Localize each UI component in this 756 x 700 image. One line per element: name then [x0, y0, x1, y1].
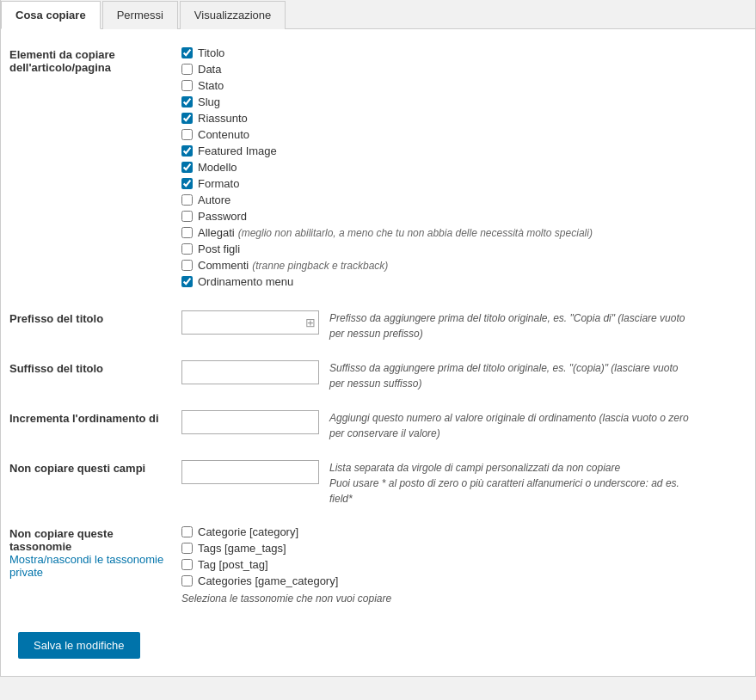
incrementa-input[interactable]	[181, 410, 319, 434]
checkbox-featured-image[interactable]	[181, 145, 193, 157]
list-item: Password	[181, 210, 738, 223]
list-item: Contenuto	[181, 128, 738, 141]
checkbox-tassonomia-categories-game[interactable]	[181, 575, 193, 586]
checkbox-label-allegati[interactable]: Allegati	[198, 226, 235, 239]
elements-label: Elementi da copiaredell'articolo/pagina	[9, 46, 181, 74]
checkbox-post-figli[interactable]	[181, 243, 193, 255]
non-copiare-campi-field: Lista separata da virgole di campi perso…	[181, 460, 738, 507]
input-icon: ⊞	[305, 316, 316, 329]
non-copiare-campi-input[interactable]	[181, 460, 319, 484]
tassonomie-row: Non copiare questetassonomie Mostra/nasc…	[9, 525, 738, 605]
elements-row: Elementi da copiaredell'articolo/pagina …	[9, 46, 738, 292]
list-item: Categories [game_category]	[181, 574, 738, 587]
checkbox-label-titolo[interactable]: Titolo	[198, 46, 224, 59]
list-item: Stato	[181, 79, 738, 92]
checkbox-label-data[interactable]: Data	[198, 63, 221, 76]
checkbox-label-stato[interactable]: Stato	[198, 79, 224, 92]
tassonomia-label-categories-game[interactable]: Categories [game_category]	[198, 574, 338, 587]
suffisso-hint: Suffisso da aggiungere prima del titolo …	[329, 360, 691, 391]
list-item: Modello	[181, 161, 738, 174]
checkbox-label-formato[interactable]: Formato	[198, 177, 239, 190]
tab-cosa-copiare[interactable]: Cosa copiare	[1, 1, 101, 29]
checkbox-formato[interactable]	[181, 178, 193, 189]
suffisso-row: Suffisso del titolo Suffisso da aggiunge…	[9, 360, 738, 391]
non-copiare-campi-row: Non copiare questi campi Lista separata …	[9, 460, 738, 507]
tassonomie-footer-note: Seleziona le tassonomie che non vuoi cop…	[181, 593, 738, 605]
non-copiare-campi-label: Non copiare questi campi	[9, 460, 181, 475]
checkbox-titolo[interactable]	[181, 47, 193, 58]
list-item: Post figli	[181, 243, 738, 255]
tassonomie-label: Non copiare questetassonomie Mostra/nasc…	[9, 525, 181, 579]
tab-permessi[interactable]: Permessi	[102, 1, 178, 29]
checkbox-tassonomia-tag[interactable]	[181, 559, 193, 570]
checkbox-label-password[interactable]: Password	[198, 210, 247, 223]
checkbox-label-modello[interactable]: Modello	[198, 161, 237, 174]
suffisso-label: Suffisso del titolo	[9, 360, 181, 375]
checkboxes-field: TitoloDataStatoSlugRiassuntoContenutoFea…	[181, 46, 738, 292]
list-item: Ordinamento menu	[181, 275, 738, 288]
checkbox-autore[interactable]	[181, 194, 193, 206]
list-item: Allegati(meglio non abilitarlo, a meno c…	[181, 226, 738, 239]
checkbox-label-slug[interactable]: Slug	[198, 95, 220, 108]
note-allegati: (meglio non abilitarlo, a meno che tu no…	[238, 227, 593, 239]
prefisso-label: Prefisso del titolo	[9, 310, 181, 325]
list-item: Featured Image	[181, 144, 738, 157]
checkbox-stato[interactable]	[181, 80, 193, 91]
tassonomia-label-tags[interactable]: Tags [game_tags]	[198, 542, 286, 555]
prefisso-hint: Prefisso da aggiungere prima del titolo …	[329, 310, 691, 341]
incrementa-label: Incrementa l'ordinamento di	[9, 410, 181, 425]
non-copiare-campi-hint: Lista separata da virgole di campi perso…	[329, 460, 691, 507]
tab-visualizzazione[interactable]: Visualizzazione	[180, 1, 286, 29]
checkbox-label-autore[interactable]: Autore	[198, 193, 230, 206]
incrementa-hint: Aggiungi questo numero al valore origina…	[329, 410, 691, 441]
checkbox-password[interactable]	[181, 211, 193, 222]
list-item: Commenti(tranne pingback e trackback)	[181, 259, 738, 272]
list-item: Riassunto	[181, 112, 738, 125]
checkbox-label-post-figli[interactable]: Post figli	[198, 243, 240, 255]
incrementa-field: Aggiungi questo numero al valore origina…	[181, 410, 738, 441]
checkbox-label-ordinamento-menu[interactable]: Ordinamento menu	[198, 275, 293, 288]
tassonomia-label-categorie[interactable]: Categorie [category]	[198, 525, 298, 538]
checkbox-contenuto[interactable]	[181, 129, 193, 140]
tab-bar: Cosa copiare Permessi Visualizzazione	[1, 0, 755, 29]
list-item: Data	[181, 63, 738, 76]
show-hide-tassonomie-link[interactable]: Mostra/nascondi le tassonomie private	[9, 553, 173, 579]
list-item: Titolo	[181, 46, 738, 59]
checkbox-allegati[interactable]	[181, 227, 193, 238]
checkbox-tassonomia-categorie[interactable]	[181, 526, 193, 537]
suffisso-field: Suffisso da aggiungere prima del titolo …	[181, 360, 738, 391]
checkbox-label-commenti[interactable]: Commenti	[198, 259, 249, 272]
list-item: Tags [game_tags]	[181, 542, 738, 555]
checkbox-slug[interactable]	[181, 96, 193, 107]
checkbox-label-contenuto[interactable]: Contenuto	[198, 128, 249, 141]
list-item: Slug	[181, 95, 738, 108]
checkbox-ordinamento-menu[interactable]	[181, 276, 193, 287]
list-item: Autore	[181, 193, 738, 206]
prefisso-field: ⊞ Prefisso da aggiungere prima del titol…	[181, 310, 738, 341]
checkbox-riassunto[interactable]	[181, 113, 193, 124]
list-item: Formato	[181, 177, 738, 190]
prefisso-row: Prefisso del titolo ⊞ Prefisso da aggiun…	[9, 310, 738, 341]
checkbox-modello[interactable]	[181, 162, 193, 173]
prefisso-input[interactable]	[181, 310, 319, 335]
list-item: Tag [post_tag]	[181, 558, 738, 571]
incrementa-row: Incrementa l'ordinamento di Aggiungi que…	[9, 410, 738, 441]
tassonomia-label-tag[interactable]: Tag [post_tag]	[198, 558, 268, 571]
checkbox-label-riassunto[interactable]: Riassunto	[198, 112, 248, 125]
checkbox-data[interactable]	[181, 64, 193, 75]
suffisso-input[interactable]	[181, 360, 319, 384]
note-commenti: (tranne pingback e trackback)	[252, 260, 388, 272]
checkbox-tassonomia-tags[interactable]	[181, 543, 193, 554]
checkbox-label-featured-image[interactable]: Featured Image	[198, 144, 277, 157]
submit-row: Salva le modifiche	[9, 623, 738, 659]
tassonomie-field: Categorie [category]Tags [game_tags]Tag …	[181, 525, 738, 605]
list-item: Categorie [category]	[181, 525, 738, 538]
save-button[interactable]: Salva le modifiche	[18, 632, 140, 659]
checkbox-commenti[interactable]	[181, 260, 193, 271]
